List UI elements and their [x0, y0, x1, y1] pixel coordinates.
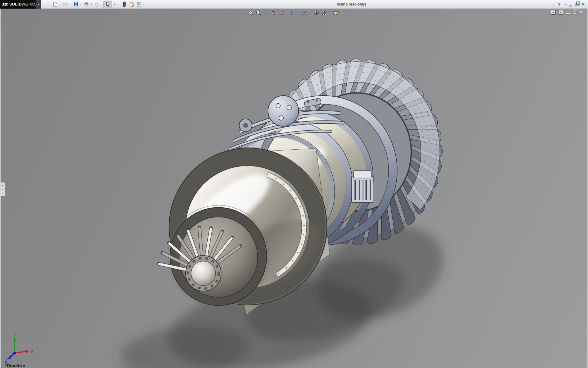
solidworks-logo-text: SOLIDWORKS: [9, 2, 36, 6]
menu-expand-button[interactable]: ▸: [36, 0, 41, 9]
feature-manager-collapsed-tab[interactable]: [1, 182, 5, 196]
triad-y-label: Y: [13, 333, 16, 337]
toggle-left-pane-button[interactable]: ◄: [551, 10, 556, 14]
print-button[interactable]: [83, 1, 93, 8]
zoom-to-fit-button[interactable]: [247, 10, 254, 16]
document-window-controls: ◄ ► ✕: [551, 10, 583, 14]
graphics-area[interactable]: ◄ ► ✕ Y X Z *Dimetric: [1, 9, 587, 368]
undo-button[interactable]: [93, 1, 104, 8]
minimize-button[interactable]: [569, 6, 572, 6]
section-view-icon: [271, 10, 277, 16]
close-button[interactable]: ✕: [581, 2, 585, 6]
open-folder-icon: [63, 2, 68, 7]
main-toolbar: [51, 1, 146, 8]
comment-button[interactable]: [128, 1, 135, 8]
previous-view-icon: [263, 10, 269, 16]
solidworks-logo[interactable]: 3S SOLIDWORKS: [0, 0, 36, 9]
save-icon: [73, 2, 79, 7]
collapse-arrow-icon: [2, 185, 3, 186]
view-orientation-label: *Dimetric: [5, 363, 25, 368]
apply-scene-icon: [321, 10, 327, 16]
new-document-icon: [52, 2, 58, 7]
print-icon: [84, 2, 89, 7]
display-style-button[interactable]: [290, 10, 297, 16]
view-settings-icon: [333, 10, 339, 16]
comment-note-icon: [129, 2, 134, 7]
help-button[interactable]: ?: [558, 2, 561, 7]
triad-x-label: X: [31, 349, 33, 354]
doc-restore-button[interactable]: [573, 11, 576, 14]
heads-up-view-toolbar: [247, 10, 339, 16]
view-settings-button[interactable]: [332, 10, 339, 16]
engine-3d-model[interactable]: [1, 9, 587, 368]
solidworks-logo-icon: 3S: [2, 2, 8, 7]
collapse-arrow-icon: [2, 192, 3, 194]
display-style-icon: [290, 10, 296, 16]
view-orientation-icon: [279, 10, 285, 16]
options-checklist-icon: [136, 2, 142, 7]
help-dropdown[interactable]: [564, 4, 566, 5]
previous-view-button[interactable]: [263, 10, 270, 16]
reference-triad: Y X Z: [2, 333, 34, 367]
traffic-light-icon: [122, 2, 127, 7]
doc-minimize-button[interactable]: [566, 13, 570, 14]
apply-scene-button[interactable]: [321, 10, 328, 16]
appearance-ball-icon: [314, 10, 319, 16]
doc-close-button[interactable]: ✕: [579, 10, 583, 14]
window-title: main [Read-only]: [337, 2, 366, 6]
zoom-to-area-button[interactable]: [255, 10, 262, 16]
zoom-to-fit-icon: [248, 10, 254, 16]
save-button[interactable]: [72, 1, 83, 8]
options-button[interactable]: [135, 1, 146, 8]
check-status-button[interactable]: [121, 1, 128, 8]
select-dropdown[interactable]: [111, 1, 116, 8]
open-button[interactable]: [62, 1, 72, 8]
select-cursor-icon: [105, 2, 110, 7]
restore-button[interactable]: [575, 3, 579, 6]
title-bar: 3S SOLIDWORKS ▸: [0, 0, 588, 9]
section-view-button[interactable]: [270, 10, 277, 16]
zoom-to-area-icon: [256, 10, 262, 16]
toggle-right-pane-button[interactable]: ►: [559, 10, 563, 14]
glasses-icon: [302, 10, 308, 16]
select-button[interactable]: [104, 1, 111, 8]
hide-show-items-button[interactable]: [301, 10, 308, 16]
undo-icon: [94, 2, 100, 7]
collapse-arrow-icon: [2, 188, 3, 190]
edit-appearance-button[interactable]: [313, 10, 320, 16]
new-document-button[interactable]: [51, 1, 62, 8]
view-orientation-button[interactable]: [278, 10, 285, 16]
valve-block: [352, 171, 373, 203]
